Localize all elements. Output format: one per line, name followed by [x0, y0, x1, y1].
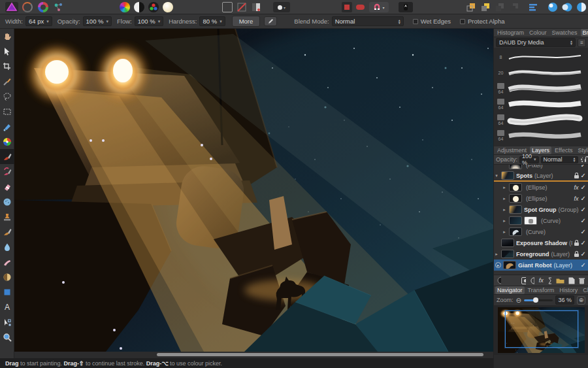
more-button[interactable]: More [232, 16, 261, 27]
move-whole-pixels-toggle[interactable] [251, 2, 261, 12]
erase-brush-tool[interactable] [0, 179, 14, 194]
alignment-button[interactable] [528, 2, 538, 12]
move-tool[interactable] [0, 44, 14, 59]
layer-visible-check[interactable]: ✓ [581, 239, 586, 246]
navigator-preview[interactable] [494, 305, 588, 355]
protect-alpha-checkbox[interactable] [460, 19, 465, 24]
layer-thumbnail[interactable] [509, 183, 522, 192]
opacity-value[interactable]: 100 %▾ [83, 16, 112, 26]
clone-stamp-tool[interactable] [0, 209, 14, 224]
navigator-viewport-rect[interactable] [505, 310, 578, 348]
zoom-in-button[interactable]: ⊕ [577, 296, 585, 305]
arrange-forward-button[interactable] [480, 2, 491, 12]
tab-history[interactable]: History [557, 286, 580, 294]
tab-swatches[interactable]: Swatches [550, 29, 580, 37]
expand-arrow-icon[interactable]: ▸ [502, 207, 507, 212]
paint-brush-tool[interactable] [0, 149, 14, 164]
tab-colour[interactable]: Colour [527, 29, 549, 37]
colour-replacement-brush-tool[interactable] [0, 164, 14, 179]
layer-thumbnail[interactable] [509, 194, 522, 203]
brush-item[interactable]: 64 [495, 112, 587, 127]
develop-persona-button[interactable] [38, 2, 48, 12]
pixel-alignment-toggle[interactable] [237, 2, 247, 12]
layer-thumbnail[interactable] [501, 239, 514, 247]
tab-brushes[interactable]: Brushes [581, 29, 588, 37]
brush-stabiliser-button[interactable]: ▾ [273, 2, 290, 12]
layer-thumbnail[interactable] [503, 261, 516, 269]
dodge-burn-tool[interactable] [0, 269, 14, 284]
arrange-to-front-button[interactable] [466, 2, 476, 12]
flood-select-tool[interactable] [0, 119, 14, 134]
layers-blend-select[interactable]: Normal ▴▾ [541, 156, 578, 163]
selection-brush-tool[interactable] [0, 74, 14, 89]
expand-arrow-icon[interactable]: ▸ [502, 196, 507, 201]
layer-visible-check[interactable]: ✓ [581, 184, 586, 191]
layers-opacity-value[interactable]: 100 %▾ [519, 156, 539, 163]
layer-thumbnail[interactable] [509, 227, 522, 236]
fx-badge[interactable]: fx [574, 195, 579, 202]
pixel-grid-toggle[interactable] [222, 2, 233, 12]
adjustment-layer-icon[interactable] [531, 277, 534, 284]
tab-transform[interactable]: Transform [526, 286, 557, 294]
edit-brush-button[interactable] [264, 16, 277, 26]
photo-persona-button[interactable] [5, 2, 18, 12]
brush-item[interactable]: 64 [495, 80, 587, 96]
brush-item[interactable]: 64 [495, 96, 587, 112]
layer-visible-check[interactable]: ✓ [581, 228, 586, 235]
layer-thumbnail[interactable] [501, 250, 514, 258]
brush-category-select[interactable]: DAUB Dry Media ▴▾ [496, 38, 576, 47]
expand-arrow-icon[interactable]: ▸ [502, 185, 507, 190]
text-tool[interactable]: A [0, 299, 14, 314]
layer-visible-check[interactable]: ✓ [581, 195, 586, 202]
layer-visible-check[interactable]: ✓ [581, 172, 586, 179]
canvas[interactable] [14, 29, 493, 352]
delete-layer-icon[interactable] [579, 277, 585, 284]
smudge-tool[interactable] [0, 254, 14, 269]
zoom-slider[interactable] [524, 299, 553, 301]
assistant-button[interactable] [399, 2, 413, 12]
colour-icon[interactable] [547, 2, 558, 12]
layer-effects-icon[interactable]: fx [539, 277, 544, 284]
wet-edges-checkbox[interactable] [413, 19, 418, 24]
node-tool[interactable] [0, 314, 14, 329]
brush-item[interactable]: 20 [495, 65, 587, 80]
crop-tool[interactable] [0, 59, 14, 74]
force-pixel-alignment-toggle[interactable] [342, 2, 352, 12]
layer-thumbnail[interactable] [509, 216, 522, 225]
sponge-tool[interactable] [0, 194, 14, 209]
layer-thumbnail[interactable] [509, 205, 522, 214]
auto-white-balance-button[interactable] [163, 2, 173, 12]
width-value[interactable]: 64 px▾ [25, 16, 52, 26]
lock-icon[interactable] [574, 254, 579, 257]
layer-settings-gear-icon[interactable] [580, 156, 583, 163]
zoom-value[interactable]: 36 % [555, 295, 574, 305]
colour-tag-icon[interactable] [497, 276, 501, 284]
live-filter-icon[interactable] [548, 277, 551, 284]
hardness-value[interactable]: 80 %▾ [199, 16, 225, 26]
edit-all-layers-toggle[interactable] [356, 2, 367, 12]
tab-navigator[interactable]: Navigator [495, 286, 525, 294]
layer-mask-thumbnail[interactable] [524, 216, 537, 225]
auto-contrast-button[interactable] [134, 2, 144, 12]
zoom-out-icon[interactable]: ⊖ [516, 297, 521, 304]
layer-visible-check[interactable]: ✓ [581, 261, 586, 269]
liquify-persona-button[interactable] [22, 2, 33, 12]
flow-value[interactable]: 100 %▾ [135, 16, 163, 26]
layer-visible-check[interactable]: ✓ [581, 165, 586, 169]
arrange-backward-button[interactable] [495, 2, 505, 12]
brush-item[interactable]: 64 [495, 127, 587, 143]
auto-levels-button[interactable] [120, 2, 130, 12]
add-layer-icon[interactable] [568, 277, 575, 284]
layer-visible-check[interactable]: ✓ [581, 217, 586, 224]
brush-item[interactable]: 8 [495, 49, 587, 65]
group-layers-icon[interactable] [556, 277, 564, 284]
view-tool[interactable] [0, 29, 14, 44]
layer-thumbnail[interactable] [501, 171, 514, 180]
layer-row-ellipse-1[interactable]: ▸ (Ellipse) fx ✓ [494, 182, 588, 193]
auto-colour-button[interactable] [148, 2, 159, 12]
arrange-to-back-button[interactable] [509, 2, 519, 12]
layer-row-ellipse-2[interactable]: ▸ (Ellipse) fx ✓ [494, 193, 588, 204]
mask-colour-icon[interactable] [562, 2, 572, 12]
freehand-selection-tool[interactable] [0, 89, 14, 104]
layer-row-foreground[interactable]: ▸ Foreground(Layer) ✓ [494, 248, 588, 259]
